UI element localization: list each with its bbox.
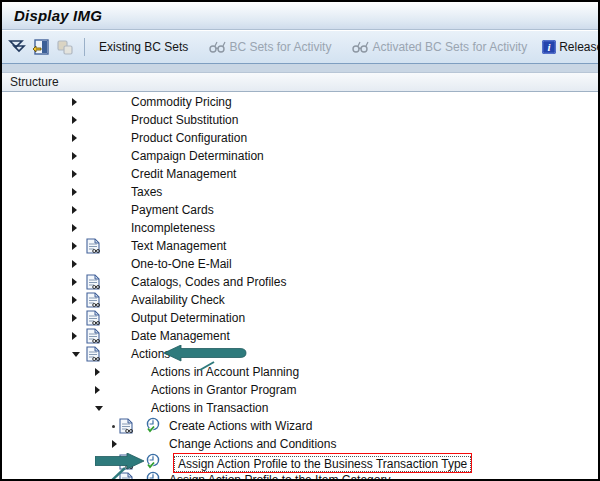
tree-row: Incompleteness <box>2 219 598 237</box>
annotation-arrow-right <box>95 453 157 481</box>
release-label: Release <box>559 40 598 54</box>
tree-row: Date Management <box>2 327 598 345</box>
highlighted-node-box: Assign Action Profile to the Business Tr… <box>173 453 472 473</box>
tree-node-label[interactable]: Product Substitution <box>131 113 238 127</box>
tree-row: Actions in Transaction <box>2 399 598 417</box>
tree-node-label[interactable]: Campaign Determination <box>131 149 264 163</box>
glasses-icon <box>208 40 226 54</box>
tree-row: Campaign Determination <box>2 147 598 165</box>
existing-bc-sets-label: Existing BC Sets <box>99 40 188 54</box>
tree-row: Change Actions and Conditions <box>2 435 598 453</box>
tree-row: Product Configuration <box>2 129 598 147</box>
expand-arrow-icon[interactable] <box>72 278 77 286</box>
release-notes-button[interactable]: i Release <box>537 38 598 57</box>
expand-arrow-icon[interactable] <box>72 224 77 232</box>
tree-row: Output Determination <box>2 309 598 327</box>
tree-node-label[interactable]: Incompleteness <box>131 221 215 235</box>
tree-node-label[interactable]: Commodity Pricing <box>131 95 232 109</box>
tree-node-label[interactable]: Catalogs, Codes and Profiles <box>131 275 286 289</box>
info-icon: i <box>541 40 556 55</box>
annotation-arrow-left <box>164 345 264 379</box>
tree-row: Availability Check <box>2 291 598 309</box>
bc-sets-for-activity-button: BC Sets for Activity <box>204 38 335 56</box>
expand-arrow-icon[interactable] <box>72 98 77 106</box>
tree-node-label[interactable]: Product Configuration <box>131 131 247 145</box>
tree-row: Commodity Pricing <box>2 93 598 111</box>
tree-row: Assign Action Profile to the Business Tr… <box>2 453 598 471</box>
tree-row: Actions in Account Planning <box>2 363 598 381</box>
tree-node-label[interactable]: Assign Action Profile to the Business Tr… <box>174 456 471 472</box>
expand-arrow-icon[interactable] <box>72 170 77 178</box>
expand-arrow-icon[interactable] <box>72 152 77 160</box>
activated-bc-sets-button: Activated BC Sets for Activity <box>347 38 531 56</box>
img-structure-tree: Commodity PricingProduct SubstitutionPro… <box>2 93 598 481</box>
expand-arrow-icon[interactable] <box>72 242 77 250</box>
tree-row: Product Substitution <box>2 111 598 129</box>
expand-arrow-icon[interactable] <box>95 386 100 394</box>
bc-set-display-icon[interactable] <box>32 37 50 57</box>
filter-icon[interactable] <box>8 37 26 57</box>
tree-node-label[interactable]: Text Management <box>131 239 226 253</box>
display-img-window: Display IMG Existing BC Sets <box>0 0 600 481</box>
page-title: Display IMG <box>14 7 102 24</box>
expand-arrow-icon[interactable] <box>72 188 77 196</box>
tree-row: Payment Cards <box>2 201 598 219</box>
tree-row: Create Actions with Wizard <box>2 417 598 435</box>
background-band <box>2 64 598 72</box>
tree-row: Text Management <box>2 237 598 255</box>
title-bar: Display IMG <box>2 2 598 30</box>
existing-bc-sets-button[interactable]: Existing BC Sets <box>95 38 192 56</box>
tree-row: Actions <box>2 345 598 363</box>
expand-arrow-icon[interactable] <box>72 296 77 304</box>
tree-node-label[interactable]: Assign Action Profile to the Item Catego… <box>169 473 390 481</box>
expand-arrow-icon[interactable] <box>72 314 77 322</box>
tree-node-label[interactable]: One-to-One E-Mail <box>131 257 232 271</box>
tree-node-label[interactable]: Create Actions with Wizard <box>169 419 312 433</box>
toolbar-separator <box>84 38 85 56</box>
glasses-icon <box>351 40 369 54</box>
hierarchy-icon-disabled <box>56 37 74 57</box>
expand-arrow-icon[interactable] <box>95 368 100 376</box>
tree-row: Taxes <box>2 183 598 201</box>
tree-row: Credit Management <box>2 165 598 183</box>
tree-node-label[interactable]: Taxes <box>131 185 162 199</box>
expand-arrow-icon[interactable] <box>72 116 77 124</box>
tree-row: Catalogs, Codes and Profiles <box>2 273 598 291</box>
tree-node-label[interactable]: Credit Management <box>131 167 236 181</box>
activated-bc-sets-label: Activated BC Sets for Activity <box>372 40 527 54</box>
expand-arrow-icon[interactable] <box>72 134 77 142</box>
application-toolbar: Existing BC Sets BC Sets for Activity <box>2 31 598 64</box>
expand-arrow-icon[interactable] <box>112 440 117 448</box>
tree-node-label[interactable]: Date Management <box>131 329 230 343</box>
tree-node-label[interactable]: Change Actions and Conditions <box>169 437 336 451</box>
collapse-arrow-icon[interactable] <box>95 406 103 411</box>
tree-node-label[interactable]: Payment Cards <box>131 203 214 217</box>
tree-node-label[interactable]: Actions in Grantor Program <box>151 383 296 397</box>
bc-sets-for-activity-label: BC Sets for Activity <box>229 40 331 54</box>
collapse-arrow-icon[interactable] <box>72 352 80 357</box>
expand-arrow-icon[interactable] <box>72 332 77 340</box>
tree-node-label[interactable]: Actions in Transaction <box>151 401 268 415</box>
tree-node-label[interactable]: Output Determination <box>131 311 245 325</box>
tree-node-label[interactable]: Availability Check <box>131 293 225 307</box>
structure-header: Structure <box>2 72 598 92</box>
tree-row: Actions in Grantor Program <box>2 381 598 399</box>
structure-header-label: Structure <box>10 75 59 89</box>
expand-arrow-icon[interactable] <box>72 206 77 214</box>
leaf-bullet-icon <box>112 425 115 428</box>
expand-arrow-icon[interactable] <box>72 260 77 268</box>
tree-row: Assign Action Profile to the Item Catego… <box>2 471 598 481</box>
tree-row: One-to-One E-Mail <box>2 255 598 273</box>
